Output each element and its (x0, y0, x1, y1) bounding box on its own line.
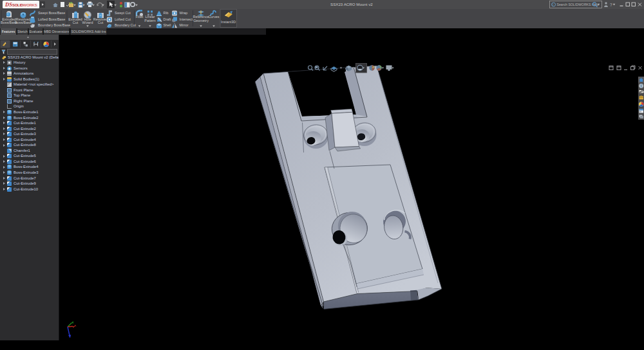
svg-text:Boundary Cut: Boundary Cut (115, 23, 136, 27)
svg-text:Geometry: Geometry (193, 19, 209, 23)
svg-text:Pattern: Pattern (144, 19, 155, 23)
svg-text:Wizard: Wizard (82, 21, 93, 24)
svg-text:Wrap: Wrap (180, 11, 188, 15)
svg-text:Mirror: Mirror (180, 23, 189, 27)
svg-text:Swept Cut: Swept Cut (115, 11, 131, 15)
svg-text:DS: DS (5, 1, 12, 8)
svg-text:Curves: Curves (208, 15, 219, 19)
svg-text:Rib: Rib (164, 11, 169, 15)
svg-text:SOLIDWORKS: SOLIDWORKS (12, 3, 37, 7)
svg-text:SSX23 ACRO Mount v2: SSX23 ACRO Mount v2 (330, 2, 373, 6)
svg-text:?: ? (610, 3, 612, 7)
svg-text:Intersect: Intersect (180, 17, 193, 21)
svg-text:Fillet: Fillet (136, 15, 144, 19)
svg-text:Cut: Cut (73, 21, 79, 24)
svg-text:Swept Boss/Base: Swept Boss/Base (38, 11, 65, 15)
svg-text:Boundary Boss/Base: Boundary Boss/Base (38, 23, 70, 27)
svg-text:i: i (553, 3, 553, 6)
svg-text:Cut: Cut (98, 21, 104, 24)
svg-text:Shell: Shell (164, 23, 171, 27)
svg-text:Boss/Base: Boss/Base (15, 21, 32, 24)
svg-text:Lofted Cut: Lofted Cut (115, 17, 131, 21)
svg-text:Instant3D: Instant3D (221, 20, 236, 24)
svg-text:Lofted Boss/Base: Lofted Boss/Base (38, 17, 65, 21)
svg-text:Draft: Draft (164, 17, 171, 21)
